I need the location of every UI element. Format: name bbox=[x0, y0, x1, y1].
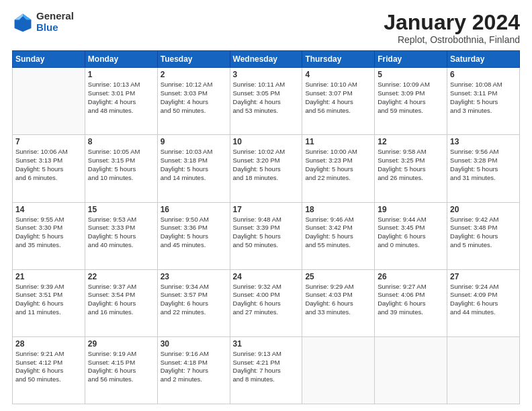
week-row-0: 1Sunrise: 10:13 AM Sunset: 3:01 PM Dayli… bbox=[13, 68, 520, 135]
header-saturday: Saturday bbox=[447, 51, 520, 68]
calendar-cell: 19Sunrise: 9:44 AM Sunset: 3:45 PM Dayli… bbox=[375, 202, 447, 269]
calendar-table: Sunday Monday Tuesday Wednesday Thursday… bbox=[12, 50, 520, 404]
week-row-2: 14Sunrise: 9:55 AM Sunset: 3:30 PM Dayli… bbox=[13, 202, 520, 269]
header-monday: Monday bbox=[85, 51, 157, 68]
day-number: 4 bbox=[305, 70, 371, 79]
day-number: 27 bbox=[450, 272, 517, 281]
calendar-cell: 1Sunrise: 10:13 AM Sunset: 3:01 PM Dayli… bbox=[85, 68, 157, 135]
day-number: 30 bbox=[161, 339, 227, 349]
logo: General Blue bbox=[12, 11, 74, 33]
logo-general: General bbox=[36, 11, 74, 22]
calendar-cell: 21Sunrise: 9:39 AM Sunset: 3:51 PM Dayli… bbox=[13, 269, 85, 336]
day-number: 19 bbox=[378, 205, 444, 214]
day-detail: Sunrise: 9:56 AM Sunset: 3:28 PM Dayligh… bbox=[450, 148, 517, 182]
calendar-cell bbox=[375, 336, 447, 404]
calendar-cell: 5Sunrise: 10:09 AM Sunset: 3:09 PM Dayli… bbox=[375, 68, 447, 135]
calendar-title: January 2024 bbox=[384, 11, 520, 34]
day-number: 31 bbox=[233, 339, 300, 349]
header-tuesday: Tuesday bbox=[157, 51, 230, 68]
calendar-cell: 13Sunrise: 9:56 AM Sunset: 3:28 PM Dayli… bbox=[447, 135, 520, 202]
calendar-cell: 3Sunrise: 10:11 AM Sunset: 3:05 PM Dayli… bbox=[230, 68, 302, 135]
calendar-cell bbox=[302, 336, 375, 404]
day-number: 11 bbox=[305, 137, 371, 146]
calendar-cell bbox=[13, 68, 85, 135]
day-number: 2 bbox=[161, 70, 227, 79]
calendar-cell: 22Sunrise: 9:37 AM Sunset: 3:54 PM Dayli… bbox=[85, 269, 157, 336]
calendar-cell: 4Sunrise: 10:10 AM Sunset: 3:07 PM Dayli… bbox=[302, 68, 375, 135]
calendar-cell: 31Sunrise: 9:13 AM Sunset: 4:21 PM Dayli… bbox=[230, 336, 302, 404]
day-number: 15 bbox=[88, 205, 154, 214]
day-number: 9 bbox=[161, 137, 227, 146]
day-number: 22 bbox=[88, 272, 154, 281]
day-detail: Sunrise: 10:10 AM Sunset: 3:07 PM Daylig… bbox=[305, 81, 371, 115]
day-detail: Sunrise: 9:44 AM Sunset: 3:45 PM Dayligh… bbox=[378, 216, 444, 250]
day-detail: Sunrise: 9:32 AM Sunset: 4:00 PM Dayligh… bbox=[233, 283, 300, 317]
calendar-cell: 29Sunrise: 9:19 AM Sunset: 4:15 PM Dayli… bbox=[85, 336, 157, 404]
calendar-cell: 10Sunrise: 10:02 AM Sunset: 3:20 PM Dayl… bbox=[230, 135, 302, 202]
day-detail: Sunrise: 9:24 AM Sunset: 4:09 PM Dayligh… bbox=[450, 283, 517, 317]
svg-marker-0 bbox=[15, 13, 32, 32]
day-detail: Sunrise: 10:12 AM Sunset: 3:03 PM Daylig… bbox=[161, 81, 227, 115]
day-number: 18 bbox=[305, 205, 371, 214]
calendar-cell: 30Sunrise: 9:16 AM Sunset: 4:18 PM Dayli… bbox=[157, 336, 230, 404]
day-number: 7 bbox=[15, 137, 82, 146]
calendar-cell: 24Sunrise: 9:32 AM Sunset: 4:00 PM Dayli… bbox=[230, 269, 302, 336]
day-number: 25 bbox=[305, 272, 371, 281]
week-row-1: 7Sunrise: 10:06 AM Sunset: 3:13 PM Dayli… bbox=[13, 135, 520, 202]
day-detail: Sunrise: 9:42 AM Sunset: 3:48 PM Dayligh… bbox=[450, 216, 517, 250]
day-detail: Sunrise: 9:39 AM Sunset: 3:51 PM Dayligh… bbox=[15, 283, 82, 317]
day-detail: Sunrise: 9:21 AM Sunset: 4:12 PM Dayligh… bbox=[15, 350, 82, 384]
header-friday: Friday bbox=[375, 51, 447, 68]
header-wednesday: Wednesday bbox=[230, 51, 302, 68]
calendar-cell: 16Sunrise: 9:50 AM Sunset: 3:36 PM Dayli… bbox=[157, 202, 230, 269]
day-number: 1 bbox=[88, 70, 154, 79]
calendar-cell: 28Sunrise: 9:21 AM Sunset: 4:12 PM Dayli… bbox=[13, 336, 85, 404]
calendar-cell: 15Sunrise: 9:53 AM Sunset: 3:33 PM Dayli… bbox=[85, 202, 157, 269]
calendar-body: 1Sunrise: 10:13 AM Sunset: 3:01 PM Dayli… bbox=[13, 68, 520, 404]
day-detail: Sunrise: 10:13 AM Sunset: 3:01 PM Daylig… bbox=[88, 81, 154, 115]
title-block: January 2024 Replot, Ostrobothnia, Finla… bbox=[384, 11, 520, 45]
calendar-cell: 18Sunrise: 9:46 AM Sunset: 3:42 PM Dayli… bbox=[302, 202, 375, 269]
day-number: 13 bbox=[450, 137, 517, 146]
calendar-cell: 14Sunrise: 9:55 AM Sunset: 3:30 PM Dayli… bbox=[13, 202, 85, 269]
calendar-cell: 26Sunrise: 9:27 AM Sunset: 4:06 PM Dayli… bbox=[375, 269, 447, 336]
header: General Blue January 2024 Replot, Ostrob… bbox=[12, 11, 520, 45]
calendar-cell: 2Sunrise: 10:12 AM Sunset: 3:03 PM Dayli… bbox=[157, 68, 230, 135]
logo-blue: Blue bbox=[36, 22, 74, 34]
day-detail: Sunrise: 10:05 AM Sunset: 3:15 PM Daylig… bbox=[88, 148, 154, 182]
day-detail: Sunrise: 9:48 AM Sunset: 3:39 PM Dayligh… bbox=[233, 216, 300, 250]
calendar-cell: 17Sunrise: 9:48 AM Sunset: 3:39 PM Dayli… bbox=[230, 202, 302, 269]
calendar-subtitle: Replot, Ostrobothnia, Finland bbox=[384, 34, 520, 45]
week-row-3: 21Sunrise: 9:39 AM Sunset: 3:51 PM Dayli… bbox=[13, 269, 520, 336]
calendar-cell: 9Sunrise: 10:03 AM Sunset: 3:18 PM Dayli… bbox=[157, 135, 230, 202]
day-number: 24 bbox=[233, 272, 300, 281]
day-number: 17 bbox=[233, 205, 300, 214]
day-number: 5 bbox=[378, 70, 444, 79]
day-number: 29 bbox=[88, 339, 154, 349]
calendar-cell: 25Sunrise: 9:29 AM Sunset: 4:03 PM Dayli… bbox=[302, 269, 375, 336]
day-number: 10 bbox=[233, 137, 300, 146]
weekday-row: Sunday Monday Tuesday Wednesday Thursday… bbox=[13, 51, 520, 68]
day-detail: Sunrise: 9:16 AM Sunset: 4:18 PM Dayligh… bbox=[161, 350, 227, 384]
logo-text: General Blue bbox=[36, 11, 74, 33]
day-number: 16 bbox=[161, 205, 227, 214]
calendar-header: Sunday Monday Tuesday Wednesday Thursday… bbox=[13, 51, 520, 68]
day-detail: Sunrise: 9:19 AM Sunset: 4:15 PM Dayligh… bbox=[88, 350, 154, 384]
day-detail: Sunrise: 9:55 AM Sunset: 3:30 PM Dayligh… bbox=[15, 216, 82, 250]
header-sunday: Sunday bbox=[13, 51, 85, 68]
calendar-cell: 20Sunrise: 9:42 AM Sunset: 3:48 PM Dayli… bbox=[447, 202, 520, 269]
day-number: 21 bbox=[15, 272, 82, 281]
calendar-cell: 6Sunrise: 10:08 AM Sunset: 3:11 PM Dayli… bbox=[447, 68, 520, 135]
calendar-cell: 23Sunrise: 9:34 AM Sunset: 3:57 PM Dayli… bbox=[157, 269, 230, 336]
day-number: 14 bbox=[15, 205, 82, 214]
day-number: 12 bbox=[378, 137, 444, 146]
calendar-cell: 11Sunrise: 10:00 AM Sunset: 3:23 PM Dayl… bbox=[302, 135, 375, 202]
day-number: 8 bbox=[88, 137, 154, 146]
day-detail: Sunrise: 10:08 AM Sunset: 3:11 PM Daylig… bbox=[450, 81, 517, 115]
day-detail: Sunrise: 9:34 AM Sunset: 3:57 PM Dayligh… bbox=[161, 283, 227, 317]
header-thursday: Thursday bbox=[302, 51, 375, 68]
day-detail: Sunrise: 9:27 AM Sunset: 4:06 PM Dayligh… bbox=[378, 283, 444, 317]
day-detail: Sunrise: 10:06 AM Sunset: 3:13 PM Daylig… bbox=[15, 148, 82, 182]
day-detail: Sunrise: 9:13 AM Sunset: 4:21 PM Dayligh… bbox=[233, 350, 300, 384]
calendar-page: General Blue January 2024 Replot, Ostrob… bbox=[0, 0, 532, 411]
